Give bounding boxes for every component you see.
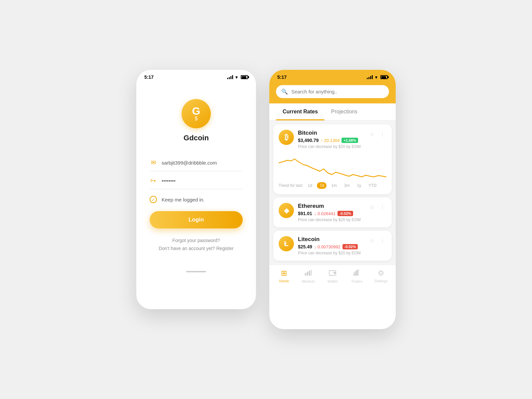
logo-letter: G (192, 106, 200, 116)
signal-icon (227, 75, 233, 79)
wifi-icon: ▾ (235, 75, 238, 80)
trend-1d-button[interactable]: 1d (305, 182, 315, 189)
email-input-group: ✉ (150, 154, 243, 171)
tab-projections[interactable]: Projections (325, 103, 364, 120)
bitcoin-chart-svg (279, 153, 386, 180)
ethereum-badge: -0.02% (337, 211, 353, 216)
checkbox[interactable]: ✓ (150, 196, 157, 203)
litecoin-note: Price can decrease by $20 by EOM (298, 251, 364, 255)
dashboard-header: 5:17 ▾ 🔍 (269, 70, 396, 103)
svg-rect-6 (353, 274, 354, 276)
register-link[interactable]: Don't have an account yet? Register (159, 246, 233, 251)
bottom-nav: ⊞ Home Markets (269, 265, 396, 289)
coin-list: ₿ Bitcoin $3,490.79 ↑ 20.1304 +1.68% Pri… (269, 120, 396, 265)
login-status-icons: ▾ (227, 75, 248, 80)
keep-logged-in-group[interactable]: ✓ Keep me logged in. (150, 191, 243, 211)
email-field[interactable] (162, 160, 243, 166)
app-logo: G $ (182, 99, 211, 128)
litecoin-change: ↓ 0.00730992 (314, 244, 340, 249)
ethereum-price: $91.01 (298, 211, 312, 216)
dashboard-screen: 5:17 ▾ 🔍 Cur (269, 70, 396, 289)
nav-settings-label: Settings (374, 279, 388, 283)
nav-home[interactable]: ⊞ Home (272, 269, 296, 283)
bitcoin-note: Price can decrease by $20 by EOM (298, 144, 364, 149)
bitcoin-name: Bitcoin (298, 130, 364, 136)
litecoin-badge: -0.02% (342, 244, 358, 249)
bitcoin-price-row: $3,490.79 ↑ 20.1304 +1.68% (298, 138, 364, 143)
dashboard-status-bar: 5:17 ▾ (276, 70, 389, 82)
ethereum-favorite-button[interactable]: ☆ (368, 203, 376, 212)
litecoin-info: Litecoin $25.49 ↓ 0.00730992 -0.02% Pric… (298, 236, 364, 255)
screens-container: 5:17 ▾ G $ Gdcoin ✉ (123, 57, 409, 342)
ethereum-info: Ethereum $91.01 ↓ 0.026441 -0.02% Price … (298, 203, 364, 222)
ethereum-card: ◈ Ethereum $91.01 ↓ 0.026441 -0.02% Pric… (273, 198, 392, 227)
ethereum-name: Ethereum (298, 203, 364, 209)
login-phone: 5:17 ▾ G $ Gdcoin ✉ (136, 70, 256, 309)
checkmark-icon: ✓ (152, 197, 155, 202)
trend-1m-button[interactable]: 1m (329, 182, 339, 189)
bitcoin-trend-row: Trend for last: 1d 7d 1m 3m 1y YTD (279, 182, 386, 189)
wallet-icon (329, 269, 336, 278)
bitcoin-chart (279, 153, 386, 180)
svg-rect-0 (305, 273, 306, 276)
ethereum-icon: ◈ (279, 203, 294, 218)
dashboard-phone: 5:17 ▾ 🔍 Cur (269, 70, 396, 329)
battery-icon (380, 75, 388, 79)
bitcoin-price: $3,490.79 (298, 138, 319, 143)
email-icon: ✉ (150, 159, 157, 166)
trend-label: Trend for last: (279, 183, 303, 188)
bitcoin-card: ₿ Bitcoin $3,490.79 ↑ 20.1304 +1.68% Pri… (273, 124, 392, 194)
ethereum-note: Price can decrease by $20 by EOM (298, 217, 364, 222)
nav-wallet-label: Wallet (328, 279, 337, 283)
bitcoin-info: Bitcoin $3,490.79 ↑ 20.1304 +1.68% Price… (298, 130, 364, 149)
litecoin-price: $25.49 (298, 244, 312, 249)
bitcoin-header: ₿ Bitcoin $3,490.79 ↑ 20.1304 +1.68% Pri… (279, 130, 386, 149)
ethereum-actions: ☆ ⋮ (368, 203, 386, 212)
signal-icon (367, 75, 373, 79)
litecoin-actions: ☆ ⋮ (368, 236, 386, 245)
settings-icon: ⚙ (378, 269, 384, 278)
svg-rect-9 (357, 270, 358, 276)
home-icon: ⊞ (281, 269, 287, 278)
ethereum-price-row: $91.01 ↓ 0.026441 -0.02% (298, 211, 364, 216)
login-time: 5:17 (144, 74, 154, 80)
login-button[interactable]: Login (150, 211, 243, 228)
scroll-indicator (186, 271, 206, 272)
trend-ytd-button[interactable]: YTD (366, 182, 379, 189)
nav-markets[interactable]: Markets (296, 269, 321, 283)
tab-current-rates[interactable]: Current Rates (276, 103, 325, 120)
svg-rect-3 (311, 270, 312, 276)
litecoin-favorite-button[interactable]: ☆ (368, 236, 376, 245)
forgot-password-link[interactable]: Forgot your password? (172, 238, 220, 243)
svg-rect-2 (309, 271, 310, 276)
bitcoin-change: ↑ 20.1304 (321, 138, 339, 143)
search-input[interactable] (291, 89, 384, 94)
litecoin-name: Litecoin (298, 236, 364, 243)
password-field[interactable] (162, 178, 243, 184)
trend-1y-button[interactable]: 1y (354, 182, 364, 189)
litecoin-icon: Ł (279, 236, 294, 251)
dashboard-time: 5:17 (277, 74, 287, 80)
password-input-group: 🗝 (150, 173, 243, 189)
litecoin-card: Ł Litecoin $25.49 ↓ 0.00730992 -0.02% Pr… (273, 231, 392, 261)
trend-7d-button[interactable]: 7d (317, 182, 327, 189)
nav-wallet[interactable]: Wallet (321, 269, 345, 283)
ethereum-more-button[interactable]: ⋮ (378, 203, 386, 212)
search-bar[interactable]: 🔍 (276, 85, 389, 98)
markets-icon (305, 269, 312, 278)
bitcoin-favorite-button[interactable]: ☆ (368, 130, 376, 139)
svg-rect-7 (355, 272, 356, 276)
bitcoin-more-button[interactable]: ⋮ (378, 130, 386, 139)
nav-trades[interactable]: Trades (344, 269, 369, 283)
app-name: Gdcoin (184, 134, 209, 142)
bitcoin-icon: ₿ (279, 130, 294, 145)
keep-logged-in-label: Keep me logged in. (162, 197, 204, 202)
dashboard-status-icons: ▾ (367, 75, 388, 80)
svg-rect-5 (333, 272, 335, 274)
trades-icon (353, 269, 360, 278)
litecoin-more-button[interactable]: ⋮ (378, 236, 386, 245)
nav-settings[interactable]: ⚙ Settings (369, 269, 393, 283)
wifi-icon: ▾ (375, 75, 377, 80)
litecoin-price-row: $25.49 ↓ 0.00730992 -0.02% (298, 244, 364, 249)
trend-3m-button[interactable]: 3m (341, 182, 352, 189)
